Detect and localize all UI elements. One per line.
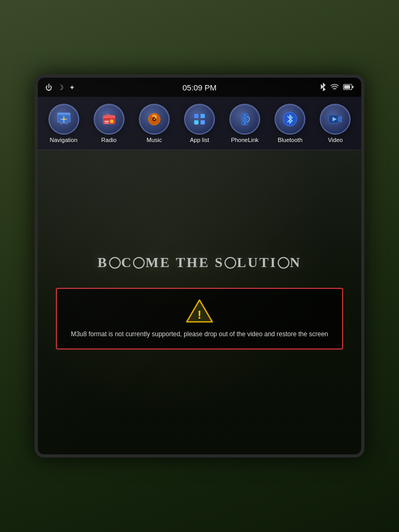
wifi-status-icon: [330, 83, 339, 92]
svg-rect-18: [194, 114, 198, 118]
status-time: 05:09 PM: [182, 83, 217, 92]
outer-frame: ⏻ ☽ ✦ 05:09 PM: [0, 0, 399, 532]
applist-label: App list: [190, 137, 209, 143]
phonelink-icon-wrap: [229, 104, 260, 135]
svg-rect-10: [103, 115, 115, 118]
phonelink-label: PhoneLink: [231, 137, 259, 143]
brand-circle-o1: [109, 257, 121, 269]
app-item-video[interactable]: Video: [315, 104, 355, 143]
battery-status-icon: [343, 83, 354, 92]
bluetooth-label: Bluetooth: [278, 137, 302, 143]
radio-icon-wrap: [94, 104, 124, 135]
error-box: ! M3u8 format is not currently supported…: [56, 288, 343, 350]
warning-icon: !: [186, 298, 213, 323]
radio-label: Radio: [101, 137, 117, 143]
applist-icon-wrap: [184, 104, 215, 135]
svg-point-0: [334, 89, 335, 90]
bluetooth-status-icon: [320, 82, 326, 93]
status-left-icons: ⏻ ☽ ✦: [45, 84, 75, 92]
status-right-icons: [320, 82, 354, 93]
status-bar: ⏻ ☽ ✦ 05:09 PM: [38, 78, 361, 97]
screen-bezel: ⏻ ☽ ✦ 05:09 PM: [35, 74, 364, 458]
svg-rect-20: [194, 120, 198, 124]
music-label: Music: [146, 137, 162, 143]
moon-icon[interactable]: ☽: [57, 84, 64, 92]
app-item-music[interactable]: Music: [134, 104, 174, 143]
svg-rect-2: [344, 85, 350, 89]
video-icon-wrap: [320, 104, 351, 135]
brand-circle-o4: [278, 257, 289, 269]
bluetooth-icon-wrap: [275, 104, 305, 135]
navigation-label: Navigation: [50, 137, 78, 143]
brand-circle-o2: [133, 257, 145, 269]
main-content: BCME THE SLUTIN ! M3u8 format is not cur…: [38, 150, 361, 454]
brand-text: BCME THE SLUTIN: [97, 255, 301, 271]
svg-rect-5: [57, 113, 70, 115]
svg-rect-24: [243, 116, 247, 122]
svg-rect-19: [201, 114, 205, 118]
error-message: M3u8 format is not currently supported, …: [71, 329, 328, 339]
navigation-icon-wrap: [48, 104, 79, 135]
svg-point-25: [244, 122, 246, 124]
video-label: Video: [328, 137, 343, 143]
svg-text:!: !: [197, 308, 201, 321]
music-icon-wrap: [139, 104, 170, 135]
app-item-bluetooth[interactable]: Bluetooth: [270, 104, 310, 143]
app-item-applist[interactable]: App list: [179, 104, 220, 143]
brand-circle-o3: [225, 257, 236, 269]
svg-rect-3: [352, 86, 354, 88]
app-bar: Navigation Radio: [38, 97, 361, 150]
app-item-radio[interactable]: Radio: [89, 104, 129, 143]
svg-point-11: [110, 120, 113, 123]
svg-point-8: [63, 118, 65, 120]
svg-rect-23: [243, 114, 246, 115]
power-icon[interactable]: ⏻: [45, 84, 52, 92]
app-item-navigation[interactable]: Navigation: [44, 104, 84, 143]
brightness-icon[interactable]: ✦: [69, 84, 75, 92]
svg-point-17: [153, 118, 155, 120]
app-item-phonelink[interactable]: PhoneLink: [225, 104, 265, 143]
svg-rect-21: [201, 120, 205, 124]
